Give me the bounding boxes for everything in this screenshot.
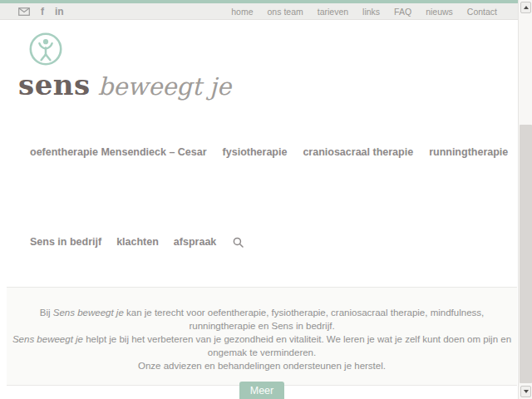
search-icon[interactable] xyxy=(233,237,244,248)
mail-icon[interactable] xyxy=(18,7,30,16)
scroll-down-button[interactable] xyxy=(520,386,531,397)
nav-oefentherapie[interactable]: oefentherapie Mensendieck – Cesar xyxy=(30,146,207,158)
meer-button[interactable]: Meer xyxy=(239,382,284,399)
topmenu-faq[interactable]: FAQ xyxy=(394,7,411,17)
scroll-up-button[interactable] xyxy=(520,2,531,13)
topmenu-home[interactable]: home xyxy=(231,7,253,17)
linkedin-icon[interactable]: in xyxy=(55,7,64,17)
intro-section: Bij Sens beweegt je kan je terecht voor … xyxy=(7,287,517,386)
top-menu: home ons team tarieven links FAQ nieuws … xyxy=(231,7,518,17)
scrollbar-thumb[interactable] xyxy=(520,125,532,383)
nav-runningtherapie[interactable]: runningtherapie xyxy=(429,146,508,158)
nav-craniosacraal[interactable]: craniosacraal therapie xyxy=(303,146,413,158)
social-links: f in xyxy=(0,7,64,17)
topbar: f in home ons team tarieven links FAQ ni… xyxy=(0,3,518,20)
logo-text: sensbeweegt je xyxy=(18,68,231,101)
brand-name-italic: Sens beweegt je xyxy=(12,334,83,344)
topmenu-links[interactable]: links xyxy=(362,7,380,17)
brand-name-italic: Sens beweegt je xyxy=(53,308,124,318)
logo-figure-icon xyxy=(28,32,63,66)
topmenu-tarieven[interactable]: tarieven xyxy=(318,7,348,17)
topmenu-nieuws[interactable]: nieuws xyxy=(426,7,453,17)
intro-line-3: Onze adviezen en behandelingen ondersteu… xyxy=(7,359,517,372)
nav-fysiotherapie[interactable]: fysiotherapie xyxy=(223,146,288,158)
intro-text: Bij Sens beweegt je kan je terecht voor … xyxy=(7,288,517,372)
arrow-down-icon xyxy=(524,390,529,393)
nav-sens-in-bedrijf[interactable]: Sens in bedrijf xyxy=(30,236,101,248)
secondary-nav: Sens in bedrijf klachten afspraak xyxy=(30,236,244,248)
site-logo[interactable]: sensbeweegt je xyxy=(18,32,231,101)
intro-line-2: Sens beweegt je helpt je bij het verbete… xyxy=(7,332,517,359)
envelope-icon xyxy=(18,7,30,16)
logo-brand: sens xyxy=(18,68,91,101)
nav-klachten[interactable]: klachten xyxy=(116,236,159,248)
intro-line-1: Bij Sens beweegt je kan je terecht voor … xyxy=(7,306,517,332)
logo-tagline: beweegt je xyxy=(98,72,231,101)
topmenu-contact[interactable]: Contact xyxy=(467,7,497,17)
facebook-icon[interactable]: f xyxy=(41,7,44,17)
primary-nav: oefentherapie Mensendieck – Cesar fysiot… xyxy=(30,146,532,158)
arrow-up-icon xyxy=(524,6,529,9)
nav-afspraak[interactable]: afspraak xyxy=(174,236,216,248)
browser-page: f in home ons team tarieven links FAQ ni… xyxy=(0,0,532,399)
vertical-scrollbar[interactable] xyxy=(518,0,532,399)
topmenu-ons-team[interactable]: ons team xyxy=(268,7,303,17)
